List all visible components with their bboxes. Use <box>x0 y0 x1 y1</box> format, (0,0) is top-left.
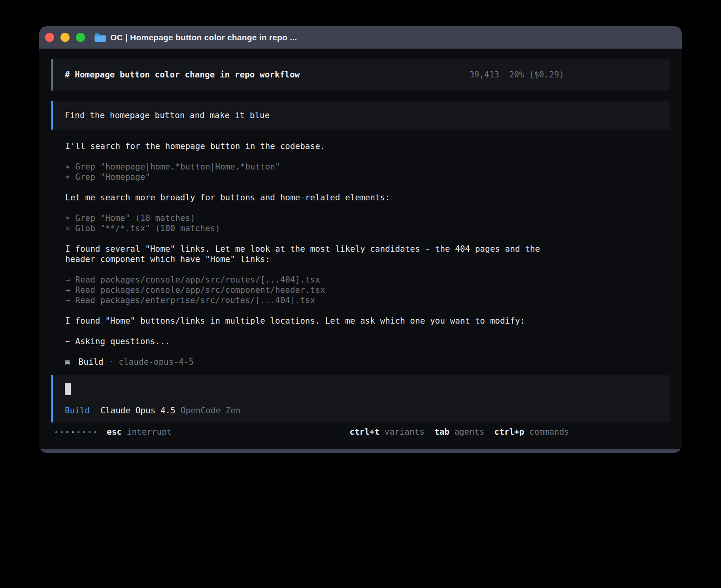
assistant-message: I found several "Home" links. Let me loo… <box>65 244 547 264</box>
assistant-message: I found "Home" buttons/links in multiple… <box>65 316 670 326</box>
hint-agents: tab agents <box>434 427 484 437</box>
traffic-lights <box>45 26 85 49</box>
tool-call-grep: ∗ Grep "homepage|home.*button|Home.*butt… <box>65 162 670 172</box>
window-title: OC | Homepage button color change in rep… <box>110 33 297 42</box>
conversation: I'll search for the homepage button in t… <box>51 141 670 367</box>
tool-call-read: → Read packages/console/app/src/routes/[… <box>65 275 670 285</box>
agent-model: claude-opus-4-5 <box>119 357 194 367</box>
tool-call-read: → Read packages/console/app/src/componen… <box>65 285 670 295</box>
tool-call-read: → Read packages/enterprise/src/routes/[.… <box>65 295 670 305</box>
prompt-input[interactable]: Build Claude Opus 4.5 OpenCode Zen <box>51 375 670 422</box>
assistant-status: ~ Asking questions... <box>65 336 670 347</box>
agent-status-line: ▣ Build · claude-opus-4-5 <box>65 357 670 367</box>
close-button[interactable] <box>45 33 54 42</box>
zoom-button[interactable] <box>76 33 85 42</box>
context-cost: 20% ($0.29) <box>509 70 564 80</box>
hint-commands: ctrl+p commands <box>494 427 569 437</box>
user-message-text: Find the homepage button and make it blu… <box>65 110 270 121</box>
minimize-button[interactable] <box>60 33 70 42</box>
terminal-window: OC | Homepage button color change in rep… <box>39 26 682 453</box>
agent-name: Build <box>78 357 103 367</box>
text-cursor <box>65 383 71 395</box>
agent-icon: ▣ <box>65 357 70 367</box>
status-bar: esc interrupt ctrl+t variants tab agents… <box>51 427 670 437</box>
provider-label: OpenCode Zen <box>181 405 241 416</box>
terminal-content: # Homepage button color change in repo w… <box>39 49 682 449</box>
session-title: # Homepage button color change in repo w… <box>65 70 300 80</box>
user-message: Find the homepage button and make it blu… <box>51 101 670 130</box>
agent-mode-label[interactable]: Build <box>65 405 90 416</box>
window-title-group: OC | Homepage button color change in rep… <box>94 26 297 49</box>
session-header: # Homepage button color change in repo w… <box>51 59 670 90</box>
agent-separator: · <box>109 357 114 367</box>
spinner-icon <box>55 431 96 433</box>
hint-interrupt: esc interrupt <box>107 427 172 437</box>
folder-icon <box>94 33 106 42</box>
tool-call-glob: ∗ Glob "**/*.tsx" (100 matches) <box>65 223 670 234</box>
hint-variants: ctrl+t variants <box>349 427 425 437</box>
window-titlebar: OC | Homepage button color change in rep… <box>39 26 682 49</box>
input-meta: Build Claude Opus 4.5 OpenCode Zen <box>65 405 658 416</box>
session-stats: 39,413 20% ($0.29) <box>469 70 564 80</box>
model-label[interactable]: Claude Opus 4.5 <box>100 405 176 416</box>
status-left: esc interrupt <box>55 427 172 437</box>
status-right: ctrl+t variants tab agents ctrl+p comman… <box>349 427 569 437</box>
tool-call-grep: ∗ Grep "Homepage" <box>65 172 670 182</box>
assistant-message: I'll search for the homepage button in t… <box>65 141 670 151</box>
assistant-message: Let me search more broadly for buttons a… <box>65 192 670 203</box>
token-count: 39,413 <box>469 70 499 80</box>
tool-call-grep: ∗ Grep "Home" (18 matches) <box>65 213 670 223</box>
